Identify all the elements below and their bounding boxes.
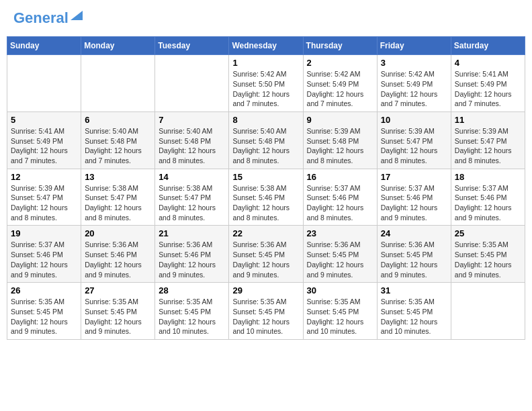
- svg-marker-0: [71, 11, 83, 20]
- day-number: 15: [232, 172, 299, 182]
- day-info: Sunrise: 5:40 AM Sunset: 5:48 PM Dayligh…: [232, 126, 299, 166]
- calendar-day-cell: 21Sunrise: 5:36 AM Sunset: 5:46 PM Dayli…: [155, 226, 229, 283]
- weekday-header-cell: Wednesday: [229, 37, 303, 55]
- day-number: 2: [307, 58, 373, 68]
- day-info: Sunrise: 5:36 AM Sunset: 5:45 PM Dayligh…: [307, 240, 373, 279]
- day-info: Sunrise: 5:40 AM Sunset: 5:48 PM Dayligh…: [85, 126, 151, 166]
- weekday-header-cell: Sunday: [7, 37, 81, 55]
- day-info: Sunrise: 5:36 AM Sunset: 5:45 PM Dayligh…: [232, 240, 299, 279]
- calendar-table: SundayMondayTuesdayWednesdayThursdayFrid…: [7, 36, 525, 340]
- calendar-day-cell: 26Sunrise: 5:35 AM Sunset: 5:45 PM Dayli…: [7, 283, 81, 340]
- calendar-day-cell: 20Sunrise: 5:36 AM Sunset: 5:46 PM Dayli…: [81, 226, 155, 283]
- weekday-header-cell: Saturday: [451, 37, 525, 55]
- calendar-week-row: 1Sunrise: 5:42 AM Sunset: 5:50 PM Daylig…: [7, 55, 525, 112]
- day-info: Sunrise: 5:35 AM Sunset: 5:45 PM Dayligh…: [85, 297, 151, 336]
- day-number: 13: [85, 172, 151, 182]
- calendar-day-cell: 17Sunrise: 5:37 AM Sunset: 5:46 PM Dayli…: [377, 169, 451, 226]
- day-number: 30: [307, 285, 373, 295]
- day-info: Sunrise: 5:35 AM Sunset: 5:45 PM Dayligh…: [381, 297, 447, 336]
- calendar-day-cell: 14Sunrise: 5:38 AM Sunset: 5:47 PM Dayli…: [155, 169, 229, 226]
- day-info: Sunrise: 5:35 AM Sunset: 5:45 PM Dayligh…: [11, 297, 77, 336]
- day-info: Sunrise: 5:39 AM Sunset: 5:47 PM Dayligh…: [11, 183, 77, 223]
- calendar-day-cell: 5Sunrise: 5:41 AM Sunset: 5:49 PM Daylig…: [7, 111, 81, 169]
- calendar-day-cell: 16Sunrise: 5:37 AM Sunset: 5:46 PM Dayli…: [303, 169, 377, 226]
- day-number: 21: [159, 228, 225, 238]
- day-info: Sunrise: 5:40 AM Sunset: 5:48 PM Dayligh…: [159, 126, 225, 166]
- day-info: Sunrise: 5:39 AM Sunset: 5:47 PM Dayligh…: [455, 126, 521, 166]
- page-header: General: [7, 7, 525, 30]
- calendar-day-cell: 28Sunrise: 5:35 AM Sunset: 5:45 PM Dayli…: [155, 283, 229, 340]
- weekday-header-cell: Thursday: [303, 37, 377, 55]
- calendar-week-row: 26Sunrise: 5:35 AM Sunset: 5:45 PM Dayli…: [7, 283, 525, 340]
- day-number: 25: [455, 228, 521, 238]
- day-info: Sunrise: 5:36 AM Sunset: 5:46 PM Dayligh…: [159, 240, 225, 279]
- day-number: 22: [232, 228, 299, 238]
- calendar-day-cell: 22Sunrise: 5:36 AM Sunset: 5:45 PM Dayli…: [229, 226, 303, 283]
- day-number: 23: [307, 228, 373, 238]
- calendar-day-cell: 25Sunrise: 5:35 AM Sunset: 5:45 PM Dayli…: [451, 226, 525, 283]
- day-info: Sunrise: 5:37 AM Sunset: 5:46 PM Dayligh…: [381, 183, 447, 223]
- calendar-day-cell: 13Sunrise: 5:38 AM Sunset: 5:47 PM Dayli…: [81, 169, 155, 226]
- day-info: Sunrise: 5:38 AM Sunset: 5:47 PM Dayligh…: [159, 183, 225, 223]
- day-number: 27: [85, 285, 151, 295]
- day-number: 14: [159, 172, 225, 182]
- weekday-header-cell: Monday: [81, 37, 155, 55]
- calendar-day-cell: 15Sunrise: 5:38 AM Sunset: 5:46 PM Dayli…: [229, 169, 303, 226]
- calendar-day-cell: 9Sunrise: 5:39 AM Sunset: 5:48 PM Daylig…: [303, 111, 377, 169]
- day-number: 10: [381, 115, 447, 125]
- calendar-day-cell: 3Sunrise: 5:42 AM Sunset: 5:49 PM Daylig…: [377, 55, 451, 112]
- day-info: Sunrise: 5:35 AM Sunset: 5:45 PM Dayligh…: [159, 297, 225, 336]
- day-number: 26: [11, 285, 77, 295]
- calendar-day-cell: 1Sunrise: 5:42 AM Sunset: 5:50 PM Daylig…: [229, 55, 303, 112]
- day-info: Sunrise: 5:39 AM Sunset: 5:48 PM Dayligh…: [307, 126, 373, 166]
- calendar-week-row: 5Sunrise: 5:41 AM Sunset: 5:49 PM Daylig…: [7, 111, 525, 169]
- calendar-day-cell: 30Sunrise: 5:35 AM Sunset: 5:45 PM Dayli…: [303, 283, 377, 340]
- day-info: Sunrise: 5:35 AM Sunset: 5:45 PM Dayligh…: [307, 297, 373, 336]
- calendar-week-row: 19Sunrise: 5:37 AM Sunset: 5:46 PM Dayli…: [7, 226, 525, 283]
- calendar-day-cell: [81, 55, 155, 112]
- day-number: 16: [307, 172, 373, 182]
- calendar-day-cell: 18Sunrise: 5:37 AM Sunset: 5:46 PM Dayli…: [451, 169, 525, 226]
- day-number: 6: [85, 115, 151, 125]
- weekday-header-cell: Friday: [377, 37, 451, 55]
- calendar-day-cell: [155, 55, 229, 112]
- day-number: 28: [159, 285, 225, 295]
- day-number: 7: [159, 115, 225, 125]
- logo-icon: [71, 8, 83, 20]
- day-number: 8: [232, 115, 299, 125]
- calendar-day-cell: [7, 55, 81, 112]
- day-number: 17: [381, 172, 447, 182]
- calendar-day-cell: [451, 283, 525, 340]
- day-info: Sunrise: 5:37 AM Sunset: 5:46 PM Dayligh…: [11, 240, 77, 279]
- calendar-day-cell: 27Sunrise: 5:35 AM Sunset: 5:45 PM Dayli…: [81, 283, 155, 340]
- day-number: 29: [232, 285, 299, 295]
- day-number: 4: [455, 58, 521, 68]
- calendar-day-cell: 7Sunrise: 5:40 AM Sunset: 5:48 PM Daylig…: [155, 111, 229, 169]
- day-number: 11: [455, 115, 521, 125]
- day-number: 1: [232, 58, 299, 68]
- day-info: Sunrise: 5:36 AM Sunset: 5:46 PM Dayligh…: [85, 240, 151, 279]
- calendar-day-cell: 6Sunrise: 5:40 AM Sunset: 5:48 PM Daylig…: [81, 111, 155, 169]
- calendar-day-cell: 31Sunrise: 5:35 AM Sunset: 5:45 PM Dayli…: [377, 283, 451, 340]
- day-info: Sunrise: 5:41 AM Sunset: 5:49 PM Dayligh…: [11, 126, 77, 166]
- day-number: 31: [381, 285, 447, 295]
- calendar-day-cell: 12Sunrise: 5:39 AM Sunset: 5:47 PM Dayli…: [7, 169, 81, 226]
- day-info: Sunrise: 5:42 AM Sunset: 5:49 PM Dayligh…: [381, 69, 447, 109]
- day-number: 5: [11, 115, 77, 125]
- day-info: Sunrise: 5:42 AM Sunset: 5:50 PM Dayligh…: [232, 69, 299, 109]
- day-number: 12: [11, 172, 77, 182]
- day-info: Sunrise: 5:37 AM Sunset: 5:46 PM Dayligh…: [455, 183, 521, 223]
- day-number: 19: [11, 228, 77, 238]
- calendar-day-cell: 4Sunrise: 5:41 AM Sunset: 5:49 PM Daylig…: [451, 55, 525, 112]
- day-info: Sunrise: 5:39 AM Sunset: 5:47 PM Dayligh…: [381, 126, 447, 166]
- day-info: Sunrise: 5:37 AM Sunset: 5:46 PM Dayligh…: [307, 183, 373, 223]
- day-number: 18: [455, 172, 521, 182]
- day-number: 24: [381, 228, 447, 238]
- calendar-week-row: 12Sunrise: 5:39 AM Sunset: 5:47 PM Dayli…: [7, 169, 525, 226]
- weekday-header-row: SundayMondayTuesdayWednesdayThursdayFrid…: [7, 37, 525, 55]
- day-info: Sunrise: 5:41 AM Sunset: 5:49 PM Dayligh…: [455, 69, 521, 109]
- day-info: Sunrise: 5:38 AM Sunset: 5:47 PM Dayligh…: [85, 183, 151, 223]
- day-info: Sunrise: 5:42 AM Sunset: 5:49 PM Dayligh…: [307, 69, 373, 109]
- day-info: Sunrise: 5:36 AM Sunset: 5:45 PM Dayligh…: [381, 240, 447, 279]
- day-number: 3: [381, 58, 447, 68]
